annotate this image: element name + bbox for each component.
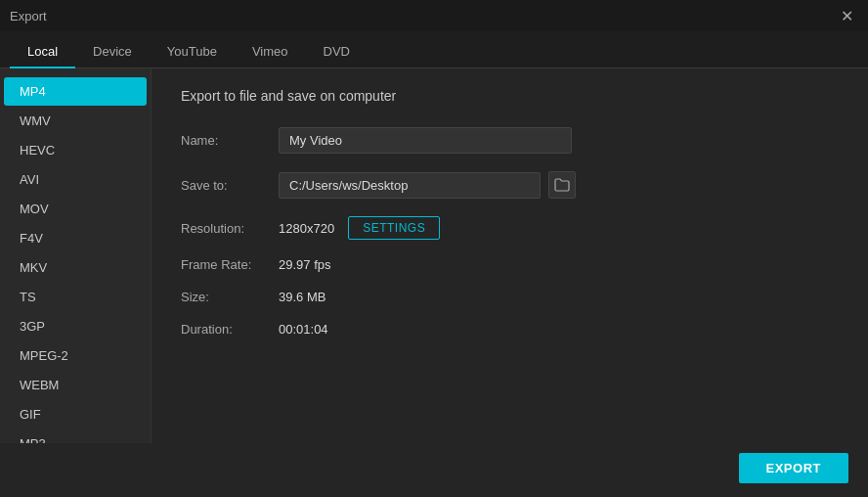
main-panel: Export to file and save on computer Name… bbox=[152, 68, 868, 443]
tab-bar: Local Device YouTube Vimeo DVD bbox=[0, 31, 868, 68]
path-row bbox=[279, 171, 576, 199]
title-bar: Export ✕ bbox=[0, 0, 868, 31]
name-label: Name: bbox=[181, 133, 279, 148]
duration-label: Duration: bbox=[181, 322, 279, 337]
close-button[interactable]: ✕ bbox=[835, 4, 858, 27]
format-item-mpeg2[interactable]: MPEG-2 bbox=[4, 341, 147, 370]
folder-icon bbox=[554, 178, 570, 192]
frame-rate-row: Frame Rate: 29.97 fps bbox=[181, 257, 839, 272]
format-item-3gp[interactable]: 3GP bbox=[4, 312, 147, 340]
format-item-f4v[interactable]: F4V bbox=[4, 224, 147, 252]
format-item-webm[interactable]: WEBM bbox=[4, 371, 147, 399]
tab-device[interactable]: Device bbox=[75, 36, 150, 68]
format-item-mp4[interactable]: MP4 bbox=[4, 77, 147, 106]
export-button[interactable]: EXPORT bbox=[739, 453, 848, 483]
tab-youtube[interactable]: YouTube bbox=[150, 36, 235, 68]
size-value: 39.6 MB bbox=[279, 290, 326, 304]
export-window: Export ✕ Local Device YouTube Vimeo DVD … bbox=[0, 0, 868, 497]
format-item-mkv[interactable]: MKV bbox=[4, 253, 147, 282]
bottom-bar: EXPORT bbox=[0, 443, 868, 497]
frame-rate-value: 29.97 fps bbox=[279, 257, 331, 272]
duration-row: Duration: 00:01:04 bbox=[181, 322, 839, 337]
browse-folder-button[interactable] bbox=[548, 171, 576, 199]
format-item-ts[interactable]: TS bbox=[4, 283, 147, 311]
settings-button[interactable]: SETTINGS bbox=[348, 216, 440, 240]
resolution-row-inner: 1280x720 SETTINGS bbox=[279, 216, 440, 240]
resolution-value: 1280x720 bbox=[279, 221, 334, 236]
size-row: Size: 39.6 MB bbox=[181, 290, 839, 304]
sidebar: MP4 WMV HEVC AVI MOV F4V MKV TS 3GP MPEG… bbox=[0, 68, 152, 443]
format-item-wmv[interactable]: WMV bbox=[4, 107, 147, 135]
save-to-row: Save to: bbox=[181, 171, 839, 199]
resolution-label: Resolution: bbox=[181, 221, 279, 236]
tab-local[interactable]: Local bbox=[10, 36, 75, 68]
duration-value: 00:01:04 bbox=[279, 322, 328, 337]
frame-rate-label: Frame Rate: bbox=[181, 257, 279, 272]
tab-dvd[interactable]: DVD bbox=[306, 36, 368, 68]
size-label: Size: bbox=[181, 290, 279, 304]
save-to-label: Save to: bbox=[181, 178, 279, 193]
path-input[interactable] bbox=[279, 172, 541, 199]
window-title: Export bbox=[10, 9, 47, 23]
format-item-hevc[interactable]: HEVC bbox=[4, 136, 147, 164]
name-row: Name: bbox=[181, 127, 839, 154]
format-item-mov[interactable]: MOV bbox=[4, 195, 147, 223]
format-item-gif[interactable]: GIF bbox=[4, 400, 147, 429]
name-input[interactable] bbox=[279, 127, 572, 154]
format-item-avi[interactable]: AVI bbox=[4, 165, 147, 194]
content-area: MP4 WMV HEVC AVI MOV F4V MKV TS 3GP MPEG… bbox=[0, 68, 868, 443]
resolution-row: Resolution: 1280x720 SETTINGS bbox=[181, 216, 839, 240]
panel-title: Export to file and save on computer bbox=[181, 88, 839, 104]
tab-vimeo[interactable]: Vimeo bbox=[235, 36, 306, 68]
format-item-mp3[interactable]: MP3 bbox=[4, 429, 147, 443]
